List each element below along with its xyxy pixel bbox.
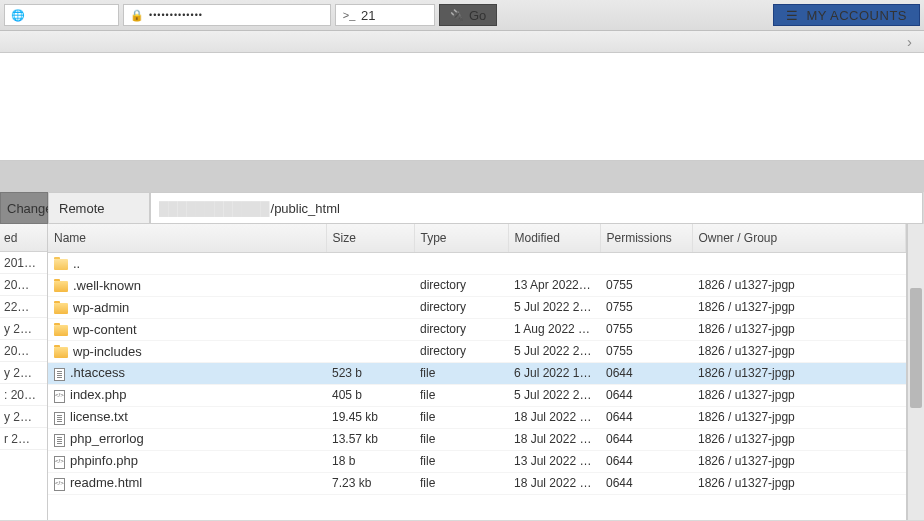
code-icon xyxy=(54,390,65,403)
table-row[interactable]: phpinfo.php18 bfile13 Jul 2022 1…0644182… xyxy=(48,450,906,472)
file-name: wp-includes xyxy=(73,344,142,359)
table-row[interactable]: readme.html7.23 kbfile18 Jul 2022 2…0644… xyxy=(48,472,906,494)
lock-icon: 🔒 xyxy=(130,8,144,22)
local-row[interactable]: : 20… xyxy=(0,384,47,406)
folder-icon xyxy=(54,325,68,336)
local-row[interactable]: 201… xyxy=(0,252,47,274)
divider-bar xyxy=(0,161,924,192)
table-row[interactable]: index.php405 bfile5 Jul 2022 22:…0644182… xyxy=(48,384,906,406)
local-row[interactable]: 20… xyxy=(0,274,47,296)
scrollbar-thumb[interactable] xyxy=(910,288,922,408)
breadcrumb-bar: › xyxy=(0,31,924,53)
local-row[interactable]: r 2… xyxy=(0,428,47,450)
code-icon xyxy=(54,478,65,491)
plug-icon: 🔌 xyxy=(450,9,464,22)
col-size[interactable]: Size xyxy=(326,224,414,252)
col-type[interactable]: Type xyxy=(414,224,508,252)
password-input[interactable]: 🔒••••••••••••• xyxy=(123,4,331,26)
local-row[interactable]: 22… xyxy=(0,296,47,318)
main-area: ed 201… 20…22…y 2… 20…y 2…: 20…y 2…r 2… … xyxy=(0,224,924,520)
file-name: wp-content xyxy=(73,322,137,337)
table-row[interactable]: wp-admindirectory5 Jul 2022 22:…07551826… xyxy=(48,296,906,318)
file-icon xyxy=(54,368,65,381)
local-header[interactable]: ed xyxy=(0,224,47,252)
file-icon xyxy=(54,434,65,447)
file-name: .. xyxy=(73,256,80,271)
change-button[interactable]: Change xyxy=(0,192,48,224)
log-area xyxy=(0,53,924,161)
file-name: license.txt xyxy=(70,409,128,424)
path-row: Change Remote ████████████/public_html xyxy=(0,192,924,224)
local-list: ed 201… 20…22…y 2… 20…y 2…: 20…y 2…r 2… xyxy=(0,224,48,520)
folder-icon xyxy=(54,281,68,292)
remote-tab[interactable]: Remote xyxy=(48,192,150,224)
file-table: Name Size Type Modified Permissions Owne… xyxy=(48,224,906,495)
scrollbar[interactable] xyxy=(907,224,924,520)
code-icon xyxy=(54,456,65,469)
port-input[interactable]: >_21 xyxy=(335,4,435,26)
terminal-icon: >_ xyxy=(342,8,356,22)
globe-icon: 🌐 xyxy=(11,8,25,22)
folder-icon xyxy=(54,303,68,314)
file-name: phpinfo.php xyxy=(70,453,138,468)
local-row[interactable]: 20… xyxy=(0,340,47,362)
remote-file-panel: Name Size Type Modified Permissions Owne… xyxy=(48,224,907,520)
host-input[interactable]: 🌐 xyxy=(4,4,119,26)
table-row[interactable]: license.txt19.45 kbfile18 Jul 2022 2…064… xyxy=(48,406,906,428)
col-owner[interactable]: Owner / Group xyxy=(692,224,906,252)
table-row[interactable]: php_errorlog13.57 kbfile18 Jul 2022 2…06… xyxy=(48,428,906,450)
col-modified[interactable]: Modified xyxy=(508,224,600,252)
file-name: index.php xyxy=(70,387,126,402)
local-row[interactable]: y 2… xyxy=(0,318,47,340)
menu-icon: ☰ xyxy=(786,8,799,23)
table-row[interactable]: wp-includesdirectory5 Jul 2022 22:…07551… xyxy=(48,340,906,362)
file-name: readme.html xyxy=(70,475,142,490)
password-mask: ••••••••••••• xyxy=(149,10,203,20)
local-row[interactable]: y 2… xyxy=(0,362,47,384)
my-accounts-button[interactable]: ☰MY ACCOUNTS xyxy=(773,4,920,26)
file-name: .htaccess xyxy=(70,365,125,380)
go-button[interactable]: 🔌Go xyxy=(439,4,497,26)
table-row[interactable]: .. xyxy=(48,252,906,274)
folderopen-icon xyxy=(54,259,68,270)
file-icon xyxy=(54,412,65,425)
remote-path-input[interactable]: ████████████/public_html xyxy=(150,192,923,224)
folder-icon xyxy=(54,347,68,358)
local-row[interactable]: y 2… xyxy=(0,406,47,428)
col-permissions[interactable]: Permissions xyxy=(600,224,692,252)
file-name: php_errorlog xyxy=(70,431,144,446)
file-name: wp-admin xyxy=(73,300,129,315)
table-row[interactable]: .htaccess523 bfile6 Jul 2022 16:…0644182… xyxy=(48,362,906,384)
table-row[interactable]: wp-contentdirectory1 Aug 2022 1…07551826… xyxy=(48,318,906,340)
table-row[interactable]: .well-knowndirectory13 Apr 2022 …0755182… xyxy=(48,274,906,296)
connection-toolbar: 🌐 🔒••••••••••••• >_21 🔌Go ☰MY ACCOUNTS xyxy=(0,0,924,31)
file-name: .well-known xyxy=(73,278,141,293)
col-name[interactable]: Name xyxy=(48,224,326,252)
chevron-right-icon[interactable]: › xyxy=(907,33,912,50)
